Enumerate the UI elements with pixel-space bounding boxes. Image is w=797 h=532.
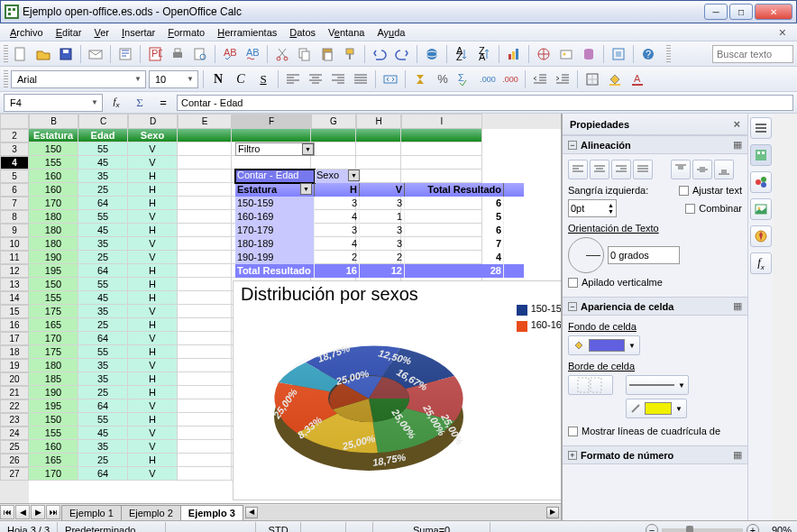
halign-right-button[interactable] xyxy=(611,160,631,179)
row-header-19[interactable]: 19 xyxy=(0,359,29,372)
menu-ver[interactable]: Ver xyxy=(87,25,115,40)
sum-button[interactable]: Σ xyxy=(130,93,150,113)
border-color-button[interactable]: ▼ xyxy=(626,399,687,418)
row-header-24[interactable]: 24 xyxy=(0,427,29,440)
search-input[interactable] xyxy=(717,49,789,60)
export-pdf-button[interactable]: PDF xyxy=(145,44,165,64)
formula-input[interactable] xyxy=(177,95,793,111)
function-wizard-button[interactable]: fx xyxy=(106,93,126,113)
zoom-out-button[interactable]: − xyxy=(646,524,658,533)
decrease-indent-button[interactable] xyxy=(530,69,550,89)
valign-middle-button[interactable] xyxy=(692,160,712,179)
paste-button[interactable] xyxy=(317,44,337,64)
indent-spinner[interactable]: 0pt▲▼ xyxy=(568,199,617,217)
col-header-I[interactable]: I xyxy=(401,114,482,129)
col-header-G[interactable]: G xyxy=(311,114,356,129)
row-header-4[interactable]: 4 xyxy=(0,156,29,170)
align-justify-button[interactable] xyxy=(351,69,371,89)
horizontal-scrollbar[interactable]: ◀ ▶ xyxy=(243,505,561,520)
section-alignment[interactable]: −Alineación▦ xyxy=(563,135,747,154)
datasources-button[interactable] xyxy=(579,44,599,64)
vtb-gallery-icon[interactable] xyxy=(750,198,772,220)
doc-close-icon[interactable]: × xyxy=(772,25,793,40)
orientation-dial[interactable] xyxy=(568,237,604,273)
row-header-21[interactable]: 21 xyxy=(0,386,29,399)
row-header-2[interactable]: 2 xyxy=(0,129,29,142)
tab-prev-button[interactable]: ◀ xyxy=(15,505,30,519)
section-appearance[interactable]: −Apariencia de celda▦ xyxy=(563,297,747,316)
valign-top-button[interactable] xyxy=(671,160,691,179)
col-header-E[interactable]: E xyxy=(178,114,232,129)
pivot-col-field[interactable]: Sexo▼ xyxy=(315,170,360,183)
print-button[interactable] xyxy=(168,44,188,64)
zoom-percent[interactable]: 90% xyxy=(763,525,792,533)
halign-justify-button[interactable] xyxy=(633,160,653,179)
pivot-title[interactable]: Contar - Edad xyxy=(235,170,315,183)
tab-ejemplo2[interactable]: Ejemplo 2 xyxy=(121,505,181,520)
halign-center-button[interactable] xyxy=(590,160,609,179)
tab-next-button[interactable]: ▶ xyxy=(31,505,45,519)
email-button[interactable] xyxy=(86,44,105,64)
toolbar-grip-2[interactable] xyxy=(666,45,671,63)
row-header-17[interactable]: 17 xyxy=(0,332,29,345)
border-style-button[interactable]: ▼ xyxy=(626,375,689,395)
preview-button[interactable] xyxy=(190,44,210,64)
border-preset-button[interactable] xyxy=(568,375,613,395)
tab-last-button[interactable]: ⏭ xyxy=(46,505,60,519)
merge-checkbox[interactable] xyxy=(685,204,695,214)
menu-formato[interactable]: Formato xyxy=(161,25,211,40)
col-header-H[interactable]: H xyxy=(356,114,401,129)
edit-mode-button[interactable] xyxy=(115,44,135,64)
row-header-12[interactable]: 12 xyxy=(0,264,29,278)
row-header-6[interactable]: 6 xyxy=(0,183,29,197)
vtb-properties-icon[interactable] xyxy=(750,144,772,166)
merge-cells-button[interactable] xyxy=(380,69,400,89)
col-header-C[interactable]: C xyxy=(78,114,128,129)
halign-left-button[interactable] xyxy=(568,160,588,179)
align-center-button[interactable] xyxy=(306,69,325,89)
navigator-button[interactable] xyxy=(534,44,554,64)
pivot-filter-label[interactable]: Filtro▼ xyxy=(235,142,315,156)
col-header-B[interactable]: B xyxy=(29,114,78,129)
sort-asc-button[interactable]: AZ xyxy=(452,44,472,64)
vtb-navigator-icon[interactable] xyxy=(750,225,772,247)
equals-button[interactable]: = xyxy=(153,93,173,113)
increase-indent-button[interactable] xyxy=(553,69,573,89)
sort-desc-button[interactable]: ZA xyxy=(474,44,494,64)
underline-button[interactable]: S xyxy=(253,69,273,89)
hyperlink-button[interactable] xyxy=(422,44,442,64)
menu-editar[interactable]: Editar xyxy=(50,25,88,40)
row-header-18[interactable]: 18 xyxy=(0,345,29,359)
page-style-indicator[interactable]: Predeterminado xyxy=(58,522,166,533)
menu-herramientas[interactable]: Herramientas xyxy=(211,25,283,40)
align-left-button[interactable] xyxy=(283,69,303,89)
row-header-13[interactable]: 13 xyxy=(0,278,29,291)
borders-button[interactable] xyxy=(582,69,602,89)
row-header-3[interactable]: 3 xyxy=(0,142,29,156)
open-button[interactable] xyxy=(33,44,53,64)
row-header-27[interactable]: 27 xyxy=(0,467,29,481)
row-header-11[interactable]: 11 xyxy=(0,251,29,264)
stacked-checkbox[interactable] xyxy=(568,278,578,288)
remove-decimal-button[interactable]: .000 xyxy=(500,69,520,89)
sum-indicator[interactable]: Suma=0 xyxy=(373,522,490,533)
row-header-20[interactable]: 20 xyxy=(0,372,29,386)
new-doc-button[interactable] xyxy=(11,44,31,64)
redo-button[interactable] xyxy=(392,44,412,64)
menu-ventana[interactable]: Ventana xyxy=(322,25,371,40)
menu-ayuda[interactable]: Ayuda xyxy=(371,25,411,40)
format-paint-button[interactable] xyxy=(340,44,360,64)
row-header-25[interactable]: 25 xyxy=(0,440,29,454)
name-box[interactable]: F4▼ xyxy=(4,94,103,112)
search-box[interactable] xyxy=(712,45,793,63)
vtb-styles-icon[interactable] xyxy=(750,171,772,193)
row-2[interactable]: EstaturaEdadSexo xyxy=(29,129,561,142)
toolbar-grip[interactable] xyxy=(4,45,8,63)
row-header-22[interactable]: 22 xyxy=(0,399,29,413)
help-button[interactable]: ? xyxy=(638,44,658,64)
add-decimal-button[interactable]: .000 xyxy=(478,69,498,89)
zoom-button[interactable] xyxy=(609,44,628,64)
undo-button[interactable] xyxy=(370,44,389,64)
row-header-16[interactable]: 16 xyxy=(0,318,29,332)
fontcolor-button[interactable]: A xyxy=(628,69,647,89)
